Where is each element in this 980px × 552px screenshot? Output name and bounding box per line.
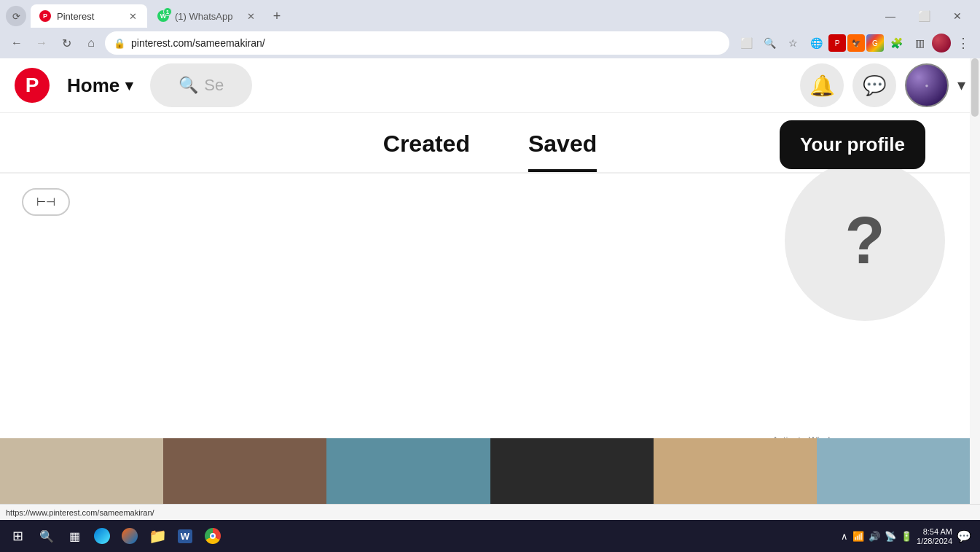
taskbar-icon-chrome[interactable]: [200, 523, 226, 549]
back-button[interactable]: ←: [6, 32, 28, 54]
image-block-1: [0, 438, 163, 504]
tab-bar: ⟳ P Pinterest ✕ W 1 (1) WhatsApp ✕ + — ⬜…: [0, 0, 980, 28]
filter-symbol-icon: ⊢⊣: [36, 195, 55, 209]
status-url: https://www.pinterest.com/sameemakiran/: [6, 508, 154, 517]
cast-button[interactable]: ⬜: [735, 32, 757, 54]
image-block-3: [326, 438, 490, 504]
address-lock-icon: 🔒: [114, 38, 125, 49]
question-mark-icon: ?: [845, 208, 885, 273]
extension-color-icon[interactable]: G: [866, 34, 884, 52]
pinterest-logo[interactable]: P: [15, 68, 50, 103]
page-content: P Home ▾ 🔍 Se 🔔 💬 ● ▾: [0, 58, 980, 504]
status-bar: https://www.pinterest.com/sameemakiran/: [0, 504, 980, 520]
browser-menu-button[interactable]: ⋮: [952, 32, 974, 54]
whatsapp-favicon: W 1: [157, 10, 169, 22]
taskbar: ⊞ 🔍 ▦ 📁 W ∧ 📶 🔊 📡 🔋: [0, 520, 980, 552]
taskbar-clock[interactable]: 8:54 AM 1/28/2024: [917, 527, 952, 545]
scrollbar-thumb[interactable]: [971, 58, 979, 117]
whatsapp-tab-close[interactable]: ✕: [246, 9, 256, 23]
maximize-button[interactable]: ⬜: [907, 4, 941, 28]
translate-button[interactable]: 🌐: [805, 32, 827, 54]
image-block-5: [654, 438, 817, 504]
taskbar-time: 8:54 AM: [923, 527, 952, 536]
search-bar[interactable]: 🔍 Se: [150, 63, 252, 107]
taskbar-battery-icon[interactable]: 🔋: [901, 531, 912, 542]
new-tab-button[interactable]: +: [267, 6, 287, 26]
minimize-button[interactable]: —: [874, 4, 907, 28]
extension-red-icon[interactable]: P: [828, 34, 846, 52]
profile-avatar-nav[interactable]: ●: [905, 63, 949, 107]
browser-chrome: ⟳ P Pinterest ✕ W 1 (1) WhatsApp ✕ + — ⬜…: [0, 0, 980, 552]
taskbar-icon-browser-edge[interactable]: [89, 523, 115, 549]
start-button[interactable]: ⊞: [3, 521, 32, 551]
address-bar[interactable]: 🔒 pinterest.com/sameemakiran/: [105, 31, 729, 55]
logo-letter: P: [26, 74, 39, 97]
notification-bell-button[interactable]: 🔔: [800, 63, 844, 107]
images-strip: [0, 438, 980, 504]
taskbar-icon-firefox[interactable]: [117, 523, 143, 549]
pinterest-tab-close[interactable]: ✕: [128, 9, 138, 23]
image-block-4: [490, 438, 654, 504]
filter-icon[interactable]: ⊢⊣: [22, 188, 70, 216]
pinterest-nav: P Home ▾ 🔍 Se 🔔 💬 ● ▾: [0, 58, 980, 113]
taskbar-notification-icon[interactable]: 💬: [957, 529, 971, 543]
taskbar-taskview-button[interactable]: ▦: [61, 523, 87, 549]
tooltip-label: Your profile: [800, 133, 905, 155]
taskbar-network-icon[interactable]: 📶: [852, 531, 864, 542]
pinterest-favicon: P: [39, 10, 51, 22]
taskbar-right-area: ∧ 📶 🔊 📡 🔋 8:54 AM 1/28/2024 💬: [841, 527, 977, 545]
home-chevron-icon: ▾: [125, 77, 133, 94]
home-nav-button[interactable]: Home ▾: [58, 69, 141, 103]
search-button[interactable]: 🔍: [758, 32, 780, 54]
scrollbar[interactable]: [970, 58, 980, 504]
sidebar-toggle-button[interactable]: ▥: [909, 32, 930, 54]
address-text: pinterest.com/sameemakiran/: [131, 37, 721, 49]
image-block-2: [163, 438, 326, 504]
profile-help-panel[interactable]: ?: [785, 160, 945, 321]
new-session-button[interactable]: ⟳: [6, 6, 26, 26]
search-icon: 🔍: [179, 76, 198, 95]
toolbar-right: ⬜ 🔍 ☆ 🌐 P 🦅 G 🧩 ▥ ⋮: [735, 32, 974, 54]
tab-whatsapp[interactable]: W 1 (1) WhatsApp ✕: [149, 4, 265, 28]
whatsapp-tab-title: (1) WhatsApp: [175, 11, 240, 22]
reload-button[interactable]: ↻: [55, 32, 77, 54]
tab-pinterest[interactable]: P Pinterest ✕: [31, 4, 147, 28]
tab-saved-label: Saved: [528, 131, 597, 157]
taskbar-volume-icon[interactable]: 🔊: [869, 531, 880, 542]
taskbar-wifi-icon[interactable]: 📡: [885, 531, 896, 542]
pinterest-tab-title: Pinterest: [57, 11, 122, 22]
taskbar-search-button[interactable]: 🔍: [34, 523, 60, 549]
taskbar-date: 1/28/2024: [917, 537, 952, 545]
home-label: Home: [67, 74, 119, 97]
profile-avatar-decoration: ●: [925, 82, 929, 89]
tab-created[interactable]: Created: [383, 131, 470, 172]
image-block-6: [817, 438, 980, 504]
forward-button[interactable]: →: [31, 32, 52, 54]
search-text: Se: [204, 76, 224, 95]
extension-orange-icon[interactable]: 🦅: [847, 34, 865, 52]
bookmark-button[interactable]: ☆: [782, 32, 804, 54]
close-button[interactable]: ✕: [941, 4, 974, 28]
home-button[interactable]: ⌂: [80, 32, 102, 54]
profile-chevron-icon[interactable]: ▾: [957, 76, 965, 95]
messages-button[interactable]: 💬: [852, 63, 896, 107]
taskbar-icon-folder[interactable]: 📁: [144, 523, 170, 549]
taskbar-up-arrow-icon[interactable]: ∧: [841, 531, 848, 542]
browser-controls: ← → ↻ ⌂ 🔒 pinterest.com/sameemakiran/ ⬜ …: [0, 28, 980, 58]
taskbar-icon-word[interactable]: W: [172, 523, 198, 549]
browser-profile-avatar[interactable]: [932, 34, 951, 53]
tab-saved[interactable]: Saved: [528, 131, 597, 172]
tab-created-label: Created: [383, 131, 470, 157]
your-profile-tooltip: Your profile: [780, 120, 925, 169]
extensions-button[interactable]: 🧩: [885, 32, 907, 54]
